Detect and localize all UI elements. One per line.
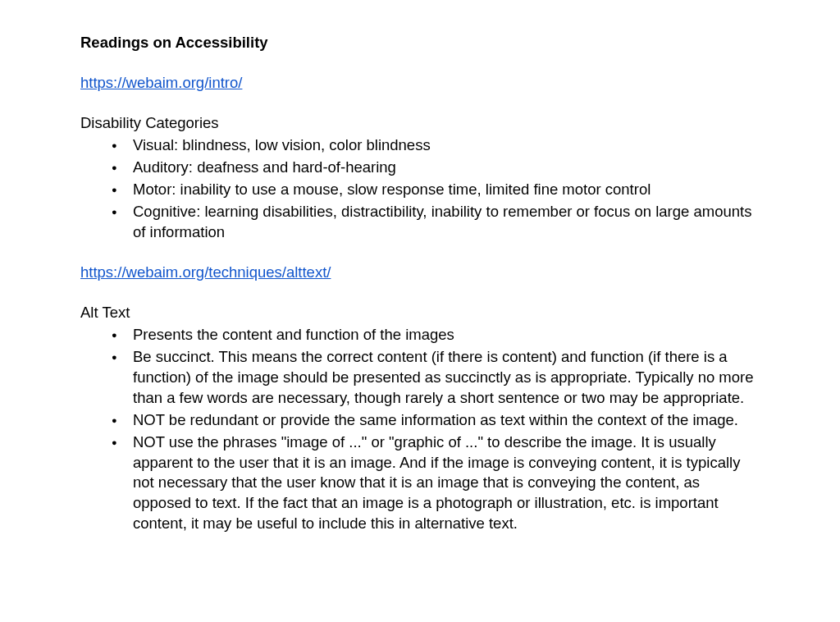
link-webaim-intro[interactable]: https://webaim.org/intro/ [80,73,242,94]
list-alt-text: Presents the content and function of the… [80,325,760,535]
list-item: NOT be redundant or provide the same inf… [80,410,760,431]
list-item: NOT use the phrases "image of ..." or "g… [80,432,760,535]
list-item: Auditory: deafness and hard-of-hearing [80,158,760,178]
list-item: Be succinct. This means the correct cont… [80,347,760,409]
list-item: Cognitive: learning disabilities, distra… [80,202,760,243]
section-header-alt-text: Alt Text [80,303,760,323]
link-webaim-alttext[interactable]: https://webaim.org/techniques/alttext/ [80,263,331,283]
list-item: Motor: inability to use a mouse, slow re… [80,180,760,200]
list-item: Presents the content and function of the… [80,325,760,345]
section-header-disability-categories: Disability Categories [80,113,760,134]
list-item: Visual: blindness, low vision, color bli… [80,135,760,156]
list-disability-categories: Visual: blindness, low vision, color bli… [80,135,760,243]
document-title: Readings on Accessibility [80,33,760,53]
